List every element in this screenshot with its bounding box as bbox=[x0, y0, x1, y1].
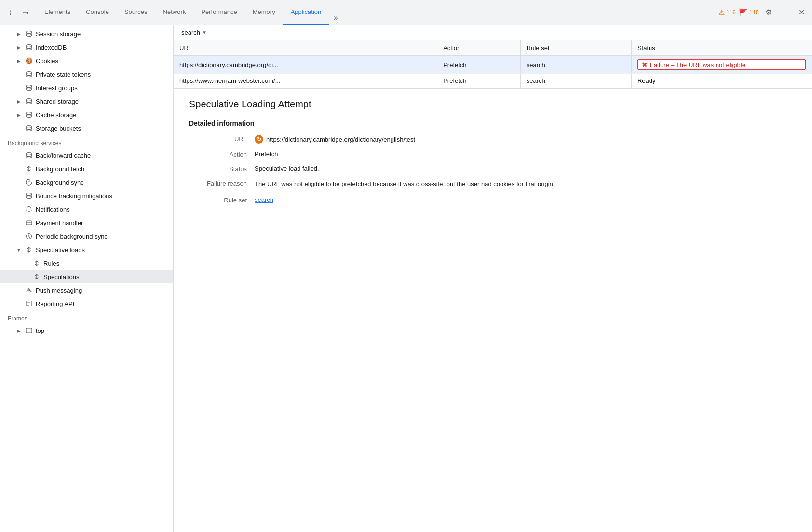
table-row[interactable]: https://www.merriam-webster.com/... Pref… bbox=[174, 74, 812, 88]
table-cell-action-2: Prefetch bbox=[437, 74, 521, 88]
sidebar-label-cache-storage: Cache storage bbox=[36, 111, 169, 119]
sidebar-item-private-state-tokens[interactable]: ▶ Private state tokens bbox=[0, 67, 173, 81]
sidebar-item-cache-storage[interactable]: ▶ Cache storage bbox=[0, 108, 173, 121]
toolbar-tabs: Elements Console Sources Network Perform… bbox=[37, 0, 717, 25]
tab-network[interactable]: Network bbox=[155, 0, 194, 25]
tab-sources[interactable]: Sources bbox=[117, 0, 155, 25]
detail-label-rule-set: Rule set bbox=[189, 196, 247, 204]
session-storage-icon bbox=[25, 30, 33, 38]
bounce-tracking-icon bbox=[25, 192, 33, 200]
sidebar-item-cookies[interactable]: ▶ 🍪 Cookies bbox=[0, 54, 173, 67]
sidebar-item-frames-top[interactable]: ▶ top bbox=[0, 324, 173, 337]
table-cell-ruleset-1: search bbox=[520, 56, 631, 74]
sidebar-item-background-sync[interactable]: ▶ Background sync bbox=[0, 175, 173, 189]
svg-point-7 bbox=[26, 153, 32, 155]
sidebar-item-indexed-db[interactable]: ▶ IndexedDB bbox=[0, 40, 173, 54]
storage-buckets-icon bbox=[25, 124, 33, 132]
warning-count: 116 bbox=[726, 9, 736, 16]
sidebar-item-speculations[interactable]: ▶ Speculations bbox=[0, 270, 173, 283]
back-forward-cache-icon bbox=[25, 151, 33, 159]
error-count: 115 bbox=[749, 9, 759, 16]
search-text: search bbox=[181, 29, 200, 36]
sidebar: ▶ Session storage ▶ IndexedDB ▶ 🍪 Cookie… bbox=[0, 25, 174, 532]
table-cell-status-2: Ready bbox=[631, 74, 812, 88]
sidebar-label-interest-groups: Interest groups bbox=[36, 84, 169, 92]
sidebar-section-background-services: Background services bbox=[0, 135, 173, 148]
more-options-btn[interactable]: ⋮ bbox=[778, 6, 792, 19]
cache-storage-icon bbox=[25, 111, 33, 119]
col-header-url: URL bbox=[174, 40, 437, 56]
tab-performance[interactable]: Performance bbox=[193, 0, 244, 25]
frames-top-expand-icon: ▶ bbox=[15, 327, 22, 334]
sidebar-label-bounce-tracking: Bounce tracking mitigations bbox=[36, 192, 169, 200]
detail-label-status: Status bbox=[189, 165, 247, 173]
more-tabs-btn[interactable]: » bbox=[329, 11, 342, 25]
detail-section-title: Detailed information bbox=[189, 120, 797, 127]
sidebar-label-push-messaging: Push messaging bbox=[36, 287, 169, 294]
frames-top-icon bbox=[25, 327, 33, 334]
search-bar: search ▼ bbox=[174, 25, 812, 40]
detail-label-action: Action bbox=[189, 150, 247, 158]
detail-row-rule-set: Rule set search bbox=[189, 196, 797, 204]
rule-set-link[interactable]: search bbox=[255, 196, 273, 203]
settings-icon: ⚙ bbox=[765, 8, 772, 17]
interest-groups-icon bbox=[25, 84, 33, 92]
table-row[interactable]: https://dictionary.cambridge.org/di... P… bbox=[174, 56, 812, 74]
sidebar-item-reporting-api[interactable]: ▶ Reporting API bbox=[0, 297, 173, 310]
sidebar-item-shared-storage[interactable]: ▶ Shared storage bbox=[0, 94, 173, 108]
detail-label-failure-reason: Failure reason bbox=[189, 179, 247, 187]
cookies-icon: 🍪 bbox=[25, 57, 33, 65]
detail-row-url: URL ↻ https://dictionary.cambridge.org/d… bbox=[189, 135, 797, 144]
col-header-ruleset: Rule set bbox=[520, 40, 631, 56]
speculation-table-container: URL Action Rule set Status bbox=[174, 40, 812, 89]
sidebar-item-storage-buckets[interactable]: ▶ Storage buckets bbox=[0, 121, 173, 135]
sidebar-item-speculative-loads[interactable]: ▼ Speculative loads bbox=[0, 243, 173, 256]
sidebar-item-session-storage[interactable]: ▶ Session storage bbox=[0, 27, 173, 40]
cursor-icon: ⊹ bbox=[8, 9, 14, 16]
speculative-loads-expand-icon: ▼ bbox=[15, 246, 22, 253]
svg-point-5 bbox=[26, 112, 32, 115]
warning-icon: ⚠ bbox=[718, 8, 725, 17]
detail-title: Speculative Loading Attempt bbox=[189, 99, 797, 110]
sidebar-item-back-forward-cache[interactable]: ▶ Back/forward cache bbox=[0, 148, 173, 162]
sidebar-item-notifications[interactable]: ▶ Notifications bbox=[0, 202, 173, 216]
sidebar-label-speculative-loads: Speculative loads bbox=[36, 246, 169, 253]
tab-elements[interactable]: Elements bbox=[37, 0, 78, 25]
rules-icon bbox=[33, 259, 41, 267]
sidebar-label-shared-storage: Shared storage bbox=[36, 98, 169, 105]
cursor-icon-btn[interactable]: ⊹ bbox=[4, 6, 17, 19]
device-icon-btn[interactable]: ▭ bbox=[18, 6, 32, 19]
svg-point-6 bbox=[26, 126, 32, 128]
table-cell-status-1: ✖ Failure – The URL was not eligible bbox=[631, 56, 812, 74]
table-cell-ruleset-2: search bbox=[520, 74, 631, 88]
sidebar-item-payment-handler[interactable]: ▶ Payment handler bbox=[0, 216, 173, 229]
sidebar-label-reporting-api: Reporting API bbox=[36, 300, 169, 307]
svg-point-1 bbox=[26, 45, 32, 47]
payment-handler-icon bbox=[25, 219, 33, 226]
tab-memory[interactable]: Memory bbox=[245, 0, 283, 25]
sidebar-item-rules[interactable]: ▶ Rules bbox=[0, 256, 173, 270]
sidebar-label-speculations: Speculations bbox=[43, 273, 169, 280]
tab-console[interactable]: Console bbox=[78, 0, 117, 25]
toolbar-icon-group: ⊹ ▭ bbox=[4, 6, 32, 19]
detail-value-action: Prefetch bbox=[255, 150, 797, 158]
sidebar-item-push-messaging[interactable]: ▶ Push messaging bbox=[0, 283, 173, 297]
status-failure-badge: ✖ Failure – The URL was not eligible bbox=[637, 59, 806, 70]
sidebar-item-interest-groups[interactable]: ▶ Interest groups bbox=[0, 81, 173, 94]
search-dropdown-icon[interactable]: ▼ bbox=[202, 30, 207, 35]
url-refresh-icon: ↻ bbox=[255, 135, 263, 144]
sidebar-label-back-forward-cache: Back/forward cache bbox=[36, 152, 169, 159]
warning-badge: ⚠ 116 bbox=[718, 8, 736, 17]
sidebar-item-background-fetch[interactable]: ▶ Background fetch bbox=[0, 162, 173, 175]
tab-application[interactable]: Application bbox=[283, 0, 329, 25]
settings-btn[interactable]: ⚙ bbox=[762, 6, 775, 19]
speculation-table: URL Action Rule set Status bbox=[174, 40, 812, 88]
close-btn[interactable]: ✕ bbox=[795, 6, 808, 19]
table-cell-url-2: https://www.merriam-webster.com/... bbox=[174, 74, 437, 88]
devtools-toolbar: ⊹ ▭ Elements Console Sources Network Per… bbox=[0, 0, 812, 25]
sidebar-item-bounce-tracking[interactable]: ▶ Bounce tracking mitigations bbox=[0, 189, 173, 202]
sidebar-label-session-storage: Session storage bbox=[36, 30, 169, 38]
sidebar-label-storage-buckets: Storage buckets bbox=[36, 125, 169, 132]
content-area: search ▼ URL Action Rule set bbox=[174, 25, 812, 532]
sidebar-item-periodic-bg-sync[interactable]: ▶ Periodic background sync bbox=[0, 229, 173, 243]
